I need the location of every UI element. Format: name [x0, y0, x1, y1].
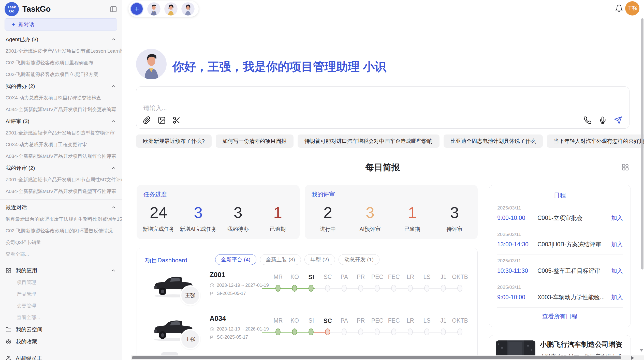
schedule-time: 9:00-10:00 [497, 215, 537, 221]
sidebar-section-header[interactable]: Agent已办 (3) [0, 34, 122, 45]
sidebar-item[interactable]: Z001-全新燃油皮卡产品开发项目SI节点Lesson Learn报告 [0, 45, 122, 57]
join-link[interactable]: 加入 [611, 214, 623, 222]
image-icon[interactable] [158, 116, 166, 124]
cloud-space-label: 我的云空间 [16, 326, 42, 333]
scissors-icon[interactable] [172, 116, 181, 124]
user-avatar[interactable]: 王强 [625, 1, 639, 16]
new-chat-button[interactable]: + 新对话 [5, 18, 117, 31]
milestone-dots [270, 328, 471, 336]
chevron-up-icon [111, 119, 116, 124]
sidebar-item-favorites[interactable]: 我的收藏 [0, 336, 122, 348]
milestone-dot [424, 328, 429, 335]
stat-value: 1 [273, 203, 282, 221]
project-owner-avatar: 王强 [180, 329, 200, 349]
avatar-man-illustration [147, 2, 160, 16]
project-flag-text: SC-2025-05-17 [217, 335, 248, 340]
join-link[interactable]: 加入 [611, 267, 623, 275]
collapse-sidebar-icon[interactable] [110, 5, 117, 13]
microphone-icon[interactable] [599, 116, 607, 124]
sidebar-item[interactable]: C02-飞腾新能源轻客改款项目立项汇报方案 [0, 69, 122, 80]
scroll-right-arrow[interactable] [631, 356, 634, 360]
schedule-card: 日程 2025/03/11 9:00-10:00 C001-立项审批会 加入 2… [489, 185, 631, 327]
schedule-row: 9:00-10:00 X003-车辆动力学性能验... 加入 [497, 293, 623, 301]
schedule-date: 2025/03/11 [497, 232, 623, 237]
milestone-timeline: MRKOSISCPAPRPECFECLRLSJ1OKTB [270, 317, 471, 336]
milestone-dots [270, 285, 471, 292]
suggestion-chip[interactable]: 如何写一份清晰的项目周报 [216, 134, 294, 148]
sidebar-item[interactable]: 变更管理 [0, 300, 122, 312]
suggestion-chip[interactable]: 比亚迪全固态电池计划具体说了什么 [444, 134, 543, 148]
sidebar-item[interactable]: C02-飞腾新能源轻客改款项目里程碑画布 [0, 57, 122, 69]
agent-avatar-1[interactable] [147, 2, 160, 16]
sidebar-item[interactable]: 查看全部... [0, 248, 122, 260]
sidebar-section-header[interactable]: AI评审 (3) [0, 115, 122, 127]
sidebar-item[interactable]: A034-全新新能源MUV产品开发项目计划变更表编写 [0, 104, 122, 115]
sidebar-item[interactable]: C0X4-动力总成开发项目SI里程碑提交物检查 [0, 92, 122, 104]
horizontal-scrollbar-track[interactable] [131, 355, 644, 360]
milestone-dot [441, 328, 446, 335]
sidebar-item-cloud-space[interactable]: 我的云空间 [0, 323, 122, 336]
scroll-down-arrow[interactable] [639, 349, 643, 352]
sidebar-section-header[interactable]: 我的待办 (2) [0, 80, 122, 92]
new-chat-label: 新对话 [18, 21, 34, 28]
sidebar-section-header[interactable]: 最近对话 [0, 202, 122, 213]
stat-label: 已逾期 [404, 226, 420, 233]
dashboard-tab[interactable]: 年型 (2) [304, 254, 335, 265]
sidebar-section-header[interactable]: 我的评审 (2) [0, 162, 122, 174]
ai-super-staff-label: AI超级员工 [16, 355, 42, 360]
schedule-time: 9:00-10:00 [497, 294, 537, 301]
milestone-dot [358, 328, 363, 335]
sidebar-item[interactable]: Z001-全新燃油轻卡产品开发项目SI造型提交物评审 [0, 127, 122, 139]
milestone-label: LR [402, 274, 419, 281]
attachment-icon[interactable] [143, 116, 151, 124]
medal-icon [6, 339, 11, 345]
join-link[interactable]: 加入 [611, 293, 623, 301]
user-initials: 王强 [627, 5, 637, 12]
suggestion-chip[interactable]: 当下年轻人对汽车外观有怎样的喜好趋势 [547, 134, 644, 148]
milestone-label: KO [286, 274, 303, 281]
agent-avatar-2[interactable] [164, 2, 178, 16]
sidebar-item[interactable]: A034-全新新能源MUV产品开发项目造型可行性评审 [0, 186, 122, 197]
sidebar-item[interactable]: C02-飞腾新能源轻客改款项目的闭环通告反馈情况 [0, 225, 122, 237]
flag-icon [210, 335, 214, 340]
sidebar-item[interactable]: 产品管理 [0, 288, 122, 300]
milestone-dot [408, 285, 413, 292]
view-all-schedule-link[interactable]: 查看所有日程 [489, 312, 631, 320]
suggestion-chip[interactable]: 欧洲新规最近颁布了什么? [136, 134, 212, 148]
suggestion-chip[interactable]: 特朗普可能对进口汽车增税会对中国车企造成哪些影响 [298, 134, 440, 148]
agent-avatar-3[interactable] [181, 2, 195, 16]
sidebar-item[interactable]: 项目管理 [0, 277, 122, 288]
vertical-scrollbar-thumb[interactable] [641, 18, 643, 269]
task-progress-title: 任务进度 [143, 190, 167, 198]
add-agent-button[interactable]: + [130, 2, 143, 16]
chevron-up-icon [111, 166, 116, 171]
sidebar-item[interactable]: A034-全新新能源MUV产品开发项目法规符合性评审 [0, 151, 122, 162]
schedule-time: 10:30-11:30 [497, 267, 537, 274]
sidebar: Task Go TaskGo + 新对话 Agent已办 (3)Z001-全新燃… [0, 0, 122, 360]
section-title: AI评审 (3) [6, 118, 29, 125]
dashboard-tab[interactable]: 全新平台 (4) [215, 254, 256, 265]
chat-input-box[interactable]: 请输入... [136, 86, 630, 129]
send-icon[interactable] [614, 116, 622, 124]
sidebar-item[interactable]: 公司Q3轻卡销量 [0, 237, 122, 248]
sidebar-item[interactable]: Z001-全新燃油轻卡产品开发项目SI节点属性5D文件评审 [0, 174, 122, 186]
milestone-label: MR [270, 317, 286, 324]
section-title: 我的待办 (2) [6, 83, 35, 90]
phone-icon[interactable] [583, 116, 592, 124]
layout-grid-icon[interactable] [621, 163, 629, 171]
dashboard-tab[interactable]: 全新上装 (3) [260, 254, 301, 265]
join-link[interactable]: 加入 [611, 241, 623, 248]
notifications-bell-icon[interactable] [615, 4, 623, 12]
project-row[interactable]: 王强 A034 2023-12-19 ~ 2026-01-19 SC-2025-… [137, 314, 477, 358]
sidebar-item[interactable]: 解释最新出台的欧盟报废车法规再生塑料比例被调至15%... [0, 213, 122, 225]
sidebar-item[interactable]: C0X4-动力总成开发项目工程变更评审 [0, 139, 122, 151]
sidebar-item[interactable]: 查看全部... [0, 312, 122, 323]
milestone-label: FEC [386, 274, 402, 281]
dashboard-tab[interactable]: 动总开发 (1) [339, 254, 380, 265]
project-row[interactable]: 王强 Z001 2023-12-19 ~ 2027-01-19 SI-2025-… [137, 271, 477, 314]
chat-input-placeholder: 请输入... [143, 104, 167, 112]
milestone-dot [424, 285, 429, 292]
horizontal-scrollbar-thumb[interactable] [132, 356, 621, 359]
sidebar-item-my-apps[interactable]: 我的应用 [0, 264, 122, 277]
sidebar-item-ai-super-staff[interactable]: AI超级员工 [0, 352, 122, 360]
